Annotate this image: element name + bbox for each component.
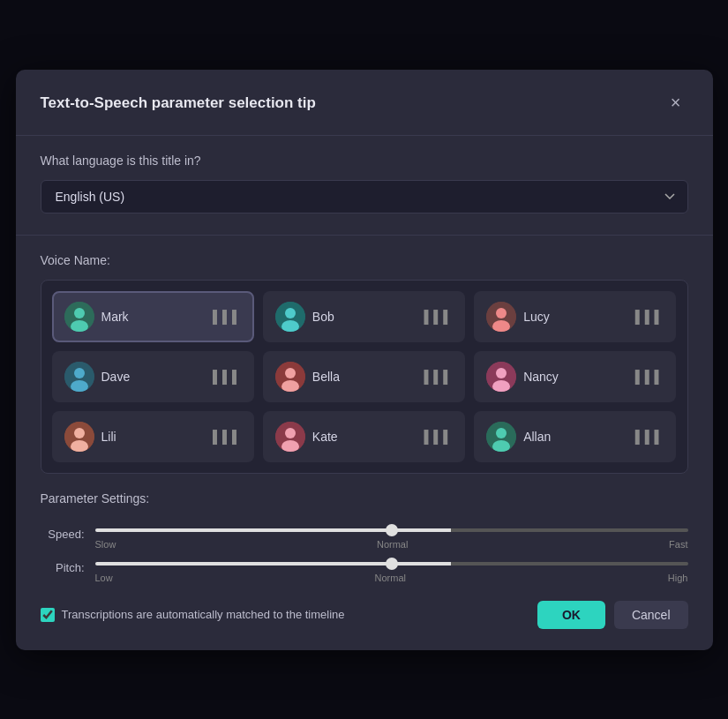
speed-normal-label: Normal [377, 539, 408, 550]
voice-card-allan[interactable]: Allan ▌▌▌ [474, 411, 676, 462]
avatar-bob [275, 302, 305, 332]
voice-section-label: Voice Name: [41, 253, 688, 267]
wave-icon-bella: ▌▌▌ [424, 370, 453, 384]
avatar-nancy [486, 362, 516, 392]
pitch-slider-labels: Low Normal High [95, 573, 688, 583]
svg-point-19 [74, 428, 85, 438]
dialog: Text-to-Speech parameter selection tip ×… [16, 70, 713, 650]
voice-name-nancy: Nancy [523, 370, 628, 384]
avatar-kate [275, 422, 305, 452]
button-row: OK Cancel [537, 601, 688, 629]
voice-card-bob[interactable]: Bob ▌▌▌ [263, 291, 465, 342]
speed-label: Speed: [41, 528, 85, 541]
voice-name-bella: Bella [312, 370, 417, 384]
wave-icon-allan: ▌▌▌ [635, 430, 664, 444]
speed-fast-label: Fast [669, 539, 687, 550]
svg-point-16 [496, 368, 507, 378]
voice-card-kate[interactable]: Kate ▌▌▌ [263, 411, 465, 462]
voice-card-lucy[interactable]: Lucy ▌▌▌ [474, 291, 676, 342]
voice-name-mark: Mark [101, 310, 206, 324]
svg-point-25 [496, 428, 507, 438]
avatar-allan [486, 422, 516, 452]
checkbox-row: Transcriptions are automatically matched… [41, 608, 345, 622]
pitch-low-label: Low [95, 573, 113, 583]
wave-icon-lucy: ▌▌▌ [635, 310, 664, 324]
pitch-slider-container: Low Normal High [95, 553, 688, 583]
param-section: Parameter Settings: Speed: Slow Normal F… [41, 491, 688, 583]
language-select[interactable]: English (US) English (UK) Spanish French… [41, 180, 688, 213]
speed-slider-container: Slow Normal Fast [95, 520, 688, 550]
voice-card-bella[interactable]: Bella ▌▌▌ [263, 351, 465, 402]
wave-icon-kate: ▌▌▌ [424, 430, 453, 444]
speed-slider-row: Speed: Slow Normal Fast [41, 520, 688, 550]
param-section-label: Parameter Settings: [41, 491, 688, 506]
ok-button[interactable]: OK [537, 601, 605, 629]
speed-slider[interactable] [95, 528, 688, 532]
auto-match-checkbox[interactable] [41, 608, 55, 622]
voice-card-lili[interactable]: Lili ▌▌▌ [52, 411, 254, 462]
dialog-title: Text-to-Speech parameter selection tip [41, 94, 316, 112]
voice-name-allan: Allan [523, 430, 628, 444]
svg-point-4 [285, 308, 296, 318]
avatar-lili [64, 422, 94, 452]
voice-card-mark[interactable]: Mark ▌▌▌ [52, 291, 254, 342]
voice-name-kate: Kate [312, 430, 417, 444]
dialog-header: Text-to-Speech parameter selection tip × [41, 91, 688, 116]
voice-name-lucy: Lucy [523, 310, 628, 324]
language-question: What language is this title in? [41, 154, 688, 168]
svg-point-7 [496, 308, 507, 318]
speed-slider-labels: Slow Normal Fast [95, 539, 688, 550]
voice-name-lili: Lili [101, 430, 206, 444]
pitch-high-label: High [668, 573, 688, 583]
avatar-dave [64, 362, 94, 392]
avatar-bella [275, 362, 305, 392]
svg-point-13 [285, 368, 296, 378]
svg-point-22 [285, 428, 296, 438]
voice-card-dave[interactable]: Dave ▌▌▌ [52, 351, 254, 402]
footer: Transcriptions are automatically matched… [41, 601, 688, 629]
voice-name-dave: Dave [101, 370, 206, 384]
voice-name-bob: Bob [312, 310, 417, 324]
divider-top [16, 135, 713, 136]
svg-point-10 [74, 368, 85, 378]
checkbox-label: Transcriptions are automatically matched… [62, 608, 345, 621]
wave-icon-lili: ▌▌▌ [213, 430, 242, 444]
avatar-lucy [486, 302, 516, 332]
wave-icon-nancy: ▌▌▌ [635, 370, 664, 384]
wave-icon-mark: ▌▌▌ [213, 310, 242, 324]
voice-grid-wrapper: Mark ▌▌▌ Bob ▌▌▌ [41, 280, 688, 474]
voice-section: Voice Name: Mark ▌▌▌ [41, 253, 688, 474]
avatar-mark [64, 302, 94, 332]
pitch-normal-label: Normal [375, 573, 406, 583]
wave-icon-dave: ▌▌▌ [213, 370, 242, 384]
voice-grid: Mark ▌▌▌ Bob ▌▌▌ [52, 291, 677, 462]
wave-icon-bob: ▌▌▌ [424, 310, 453, 324]
cancel-button[interactable]: Cancel [614, 601, 688, 629]
pitch-label: Pitch: [41, 561, 85, 574]
pitch-slider-row: Pitch: Low Normal High [41, 553, 688, 583]
pitch-slider[interactable] [95, 562, 688, 565]
svg-point-1 [74, 308, 85, 318]
voice-card-nancy[interactable]: Nancy ▌▌▌ [474, 351, 676, 402]
speed-slow-label: Slow [95, 539, 116, 550]
divider-mid [16, 235, 713, 236]
close-button[interactable]: × [664, 91, 688, 116]
